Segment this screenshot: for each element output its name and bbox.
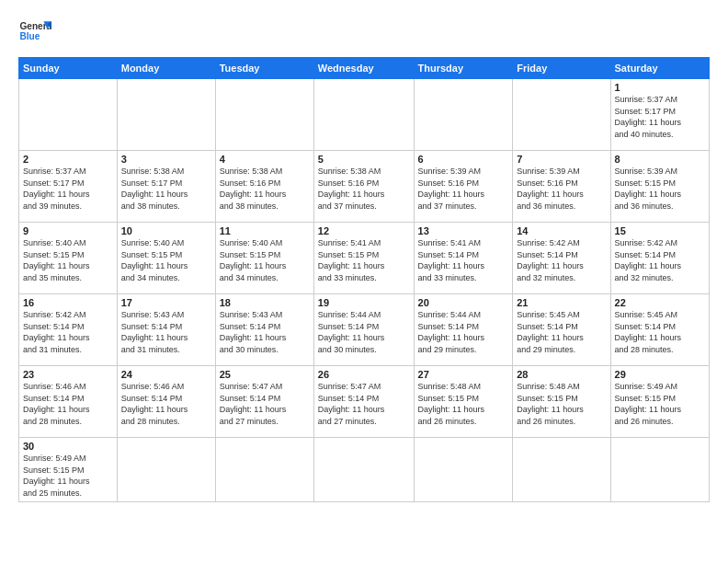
- calendar-cell: 9Sunrise: 5:40 AMSunset: 5:15 PMDaylight…: [19, 223, 118, 294]
- calendar-cell: [19, 79, 118, 151]
- calendar-week-row: 1Sunrise: 5:37 AMSunset: 5:17 PMDaylight…: [19, 79, 710, 151]
- day-info: Sunrise: 5:49 AMSunset: 5:15 PMDaylight:…: [615, 381, 705, 427]
- calendar-cell: [414, 79, 513, 151]
- day-number: 25: [220, 369, 310, 380]
- calendar-cell: [610, 438, 709, 502]
- page-header: General Blue: [18, 15, 710, 48]
- day-info: Sunrise: 5:42 AMSunset: 5:14 PMDaylight:…: [517, 237, 606, 283]
- day-number: 28: [517, 369, 606, 380]
- day-number: 19: [318, 297, 410, 308]
- day-number: 20: [418, 297, 509, 308]
- weekday-header-row: SundayMondayTuesdayWednesdayThursdayFrid…: [19, 58, 710, 79]
- day-info: Sunrise: 5:42 AMSunset: 5:14 PMDaylight:…: [23, 309, 113, 355]
- day-number: 7: [517, 154, 606, 165]
- day-number: 2: [23, 154, 113, 165]
- day-info: Sunrise: 5:46 AMSunset: 5:14 PMDaylight:…: [23, 381, 113, 427]
- day-number: 30: [23, 441, 113, 452]
- day-number: 21: [517, 297, 606, 308]
- calendar-cell: 28Sunrise: 5:48 AMSunset: 5:15 PMDayligh…: [513, 366, 610, 438]
- calendar-cell: 11Sunrise: 5:40 AMSunset: 5:15 PMDayligh…: [215, 223, 313, 294]
- weekday-header-saturday: Saturday: [610, 58, 709, 79]
- day-info: Sunrise: 5:38 AMSunset: 5:17 PMDaylight:…: [121, 166, 211, 212]
- day-number: 8: [615, 154, 705, 165]
- day-info: Sunrise: 5:48 AMSunset: 5:15 PMDaylight:…: [517, 381, 606, 427]
- calendar-cell: 4Sunrise: 5:38 AMSunset: 5:16 PMDaylight…: [215, 151, 313, 223]
- day-number: 4: [220, 154, 310, 165]
- day-info: Sunrise: 5:48 AMSunset: 5:15 PMDaylight:…: [418, 381, 509, 427]
- calendar-cell: 16Sunrise: 5:42 AMSunset: 5:14 PMDayligh…: [19, 294, 118, 366]
- day-number: 26: [318, 369, 410, 380]
- day-info: Sunrise: 5:40 AMSunset: 5:15 PMDaylight:…: [23, 237, 113, 283]
- calendar-cell: 8Sunrise: 5:39 AMSunset: 5:15 PMDaylight…: [610, 151, 709, 223]
- calendar-cell: [215, 79, 313, 151]
- day-info: Sunrise: 5:42 AMSunset: 5:14 PMDaylight:…: [615, 237, 705, 283]
- calendar-cell: 22Sunrise: 5:45 AMSunset: 5:14 PMDayligh…: [610, 294, 709, 366]
- calendar-cell: 21Sunrise: 5:45 AMSunset: 5:14 PMDayligh…: [513, 294, 610, 366]
- calendar-cell: [215, 438, 313, 502]
- day-number: 13: [418, 225, 509, 236]
- day-number: 10: [121, 225, 211, 236]
- day-info: Sunrise: 5:37 AMSunset: 5:17 PMDaylight:…: [23, 166, 113, 212]
- day-info: Sunrise: 5:39 AMSunset: 5:16 PMDaylight:…: [517, 166, 606, 212]
- day-info: Sunrise: 5:38 AMSunset: 5:16 PMDaylight:…: [220, 166, 310, 212]
- logo-icon: General Blue: [18, 15, 51, 48]
- calendar-cell: 12Sunrise: 5:41 AMSunset: 5:15 PMDayligh…: [313, 223, 414, 294]
- calendar-cell: 25Sunrise: 5:47 AMSunset: 5:14 PMDayligh…: [215, 366, 313, 438]
- calendar-cell: [513, 79, 610, 151]
- calendar-cell: 5Sunrise: 5:38 AMSunset: 5:16 PMDaylight…: [313, 151, 414, 223]
- day-number: 24: [121, 369, 211, 380]
- calendar-cell: 17Sunrise: 5:43 AMSunset: 5:14 PMDayligh…: [117, 294, 215, 366]
- calendar-cell: 2Sunrise: 5:37 AMSunset: 5:17 PMDaylight…: [19, 151, 118, 223]
- weekday-header-wednesday: Wednesday: [313, 58, 414, 79]
- calendar-cell: 15Sunrise: 5:42 AMSunset: 5:14 PMDayligh…: [610, 223, 709, 294]
- day-info: Sunrise: 5:41 AMSunset: 5:15 PMDaylight:…: [318, 237, 410, 283]
- calendar-cell: [313, 438, 414, 502]
- day-info: Sunrise: 5:43 AMSunset: 5:14 PMDaylight:…: [220, 309, 310, 355]
- logo: General Blue: [18, 15, 51, 48]
- day-number: 1: [615, 82, 705, 93]
- day-info: Sunrise: 5:46 AMSunset: 5:14 PMDaylight:…: [121, 381, 211, 427]
- calendar-cell: 1Sunrise: 5:37 AMSunset: 5:17 PMDaylight…: [610, 79, 709, 151]
- day-number: 9: [23, 225, 113, 236]
- day-info: Sunrise: 5:40 AMSunset: 5:15 PMDaylight:…: [220, 237, 310, 283]
- day-number: 16: [23, 297, 113, 308]
- calendar-cell: 20Sunrise: 5:44 AMSunset: 5:14 PMDayligh…: [414, 294, 513, 366]
- day-number: 5: [318, 154, 410, 165]
- calendar-cell: 18Sunrise: 5:43 AMSunset: 5:14 PMDayligh…: [215, 294, 313, 366]
- day-number: 12: [318, 225, 410, 236]
- calendar-week-row: 2Sunrise: 5:37 AMSunset: 5:17 PMDaylight…: [19, 151, 710, 223]
- day-number: 29: [615, 369, 705, 380]
- day-number: 18: [220, 297, 310, 308]
- day-info: Sunrise: 5:44 AMSunset: 5:14 PMDaylight:…: [418, 309, 509, 355]
- calendar-cell: 27Sunrise: 5:48 AMSunset: 5:15 PMDayligh…: [414, 366, 513, 438]
- day-info: Sunrise: 5:39 AMSunset: 5:15 PMDaylight:…: [615, 166, 705, 212]
- calendar-cell: [414, 438, 513, 502]
- calendar-cell: 6Sunrise: 5:39 AMSunset: 5:16 PMDaylight…: [414, 151, 513, 223]
- calendar-cell: 13Sunrise: 5:41 AMSunset: 5:14 PMDayligh…: [414, 223, 513, 294]
- calendar-cell: 26Sunrise: 5:47 AMSunset: 5:14 PMDayligh…: [313, 366, 414, 438]
- svg-text:Blue: Blue: [19, 31, 40, 41]
- day-info: Sunrise: 5:43 AMSunset: 5:14 PMDaylight:…: [121, 309, 211, 355]
- calendar-cell: [117, 438, 215, 502]
- day-number: 17: [121, 297, 211, 308]
- calendar-cell: 24Sunrise: 5:46 AMSunset: 5:14 PMDayligh…: [117, 366, 215, 438]
- calendar-week-row: 30Sunrise: 5:49 AMSunset: 5:15 PMDayligh…: [19, 438, 710, 502]
- day-info: Sunrise: 5:39 AMSunset: 5:16 PMDaylight:…: [418, 166, 509, 212]
- calendar-cell: [513, 438, 610, 502]
- day-number: 27: [418, 369, 509, 380]
- weekday-header-sunday: Sunday: [19, 58, 118, 79]
- day-number: 3: [121, 154, 211, 165]
- calendar-cell: [117, 79, 215, 151]
- calendar-cell: [313, 79, 414, 151]
- calendar-table: SundayMondayTuesdayWednesdayThursdayFrid…: [18, 57, 710, 502]
- calendar-week-row: 9Sunrise: 5:40 AMSunset: 5:15 PMDaylight…: [19, 223, 710, 294]
- day-number: 23: [23, 369, 113, 380]
- day-number: 6: [418, 154, 509, 165]
- calendar-cell: 14Sunrise: 5:42 AMSunset: 5:14 PMDayligh…: [513, 223, 610, 294]
- weekday-header-thursday: Thursday: [414, 58, 513, 79]
- day-info: Sunrise: 5:49 AMSunset: 5:15 PMDaylight:…: [23, 453, 113, 499]
- calendar-cell: 23Sunrise: 5:46 AMSunset: 5:14 PMDayligh…: [19, 366, 118, 438]
- calendar-cell: 30Sunrise: 5:49 AMSunset: 5:15 PMDayligh…: [19, 438, 118, 502]
- day-number: 15: [615, 225, 705, 236]
- calendar-cell: 19Sunrise: 5:44 AMSunset: 5:14 PMDayligh…: [313, 294, 414, 366]
